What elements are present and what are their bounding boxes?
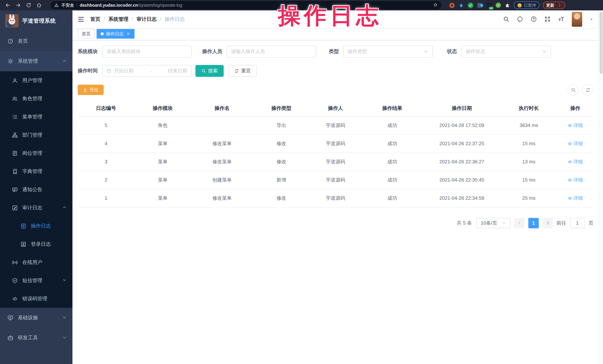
sidebar-item-post-management[interactable]: 岗位管理	[0, 144, 72, 162]
goto-page-input[interactable]: 1	[570, 218, 585, 228]
table-header-cell: 操作模块	[134, 101, 191, 116]
breadcrumb-item[interactable]: 审计日志	[137, 16, 157, 22]
search-button[interactable]: 搜索	[196, 65, 224, 77]
detail-link[interactable]: 详细	[568, 122, 583, 129]
security-label: 不安全	[61, 2, 74, 8]
breadcrumb-item[interactable]: 首页	[90, 16, 100, 22]
ext-green-check-icon[interactable]	[467, 2, 473, 8]
chevron-up-icon	[62, 58, 67, 64]
operator-label: 操作人员	[202, 48, 222, 55]
download-icon	[83, 88, 87, 92]
page-size-select[interactable]: 10条/页	[476, 218, 510, 228]
detail-link[interactable]: 详细	[568, 140, 583, 147]
sidebar-item-dict-management[interactable]: 字典管理	[0, 162, 72, 180]
sidebar-item-dept-management[interactable]: 部门管理	[0, 126, 72, 144]
next-page-button[interactable]	[543, 218, 553, 228]
sidebar-item-label: 基础设施	[18, 314, 38, 321]
emoji-face-icon	[517, 3, 522, 8]
sidebar-item-user-management[interactable]: 用户管理	[0, 71, 72, 89]
prev-page-button[interactable]	[514, 218, 525, 228]
sidebar-item-home[interactable]: 首页	[0, 31, 72, 51]
table-header-cell: 操作人	[310, 101, 361, 116]
ext-gem-icon[interactable]	[477, 2, 483, 8]
sidebar-collapse-button[interactable]	[78, 16, 84, 22]
paused-label: 已暂停	[524, 2, 536, 8]
tab-active-操作日志[interactable]: 操作日志	[97, 29, 135, 39]
filter-row-2: 操作时间 开始日期 - 结束日期 搜索 重置	[78, 65, 593, 77]
browser-home-button[interactable]	[35, 1, 43, 9]
more-vertical-icon[interactable]	[557, 3, 562, 7]
tab-label: 操作日志	[106, 31, 124, 37]
browser-back-button[interactable]	[4, 1, 12, 9]
search-icon[interactable]	[503, 16, 509, 22]
address-bar[interactable]: 不安全 dashboard.yudao.iocoder.cn/system/lo…	[50, 1, 441, 9]
audit-icon	[12, 205, 18, 211]
breadcrumb-item[interactable]: 系统管理	[108, 16, 128, 22]
browser-reload-button[interactable]	[24, 1, 33, 9]
detail-link[interactable]: 详细	[568, 158, 583, 165]
shield-icon	[12, 277, 18, 283]
bookmark-star-icon[interactable]	[433, 2, 438, 9]
tab-首页[interactable]: 首页	[78, 29, 95, 39]
help-icon[interactable]	[531, 16, 537, 22]
browser-update-chip[interactable]: 更新	[543, 1, 565, 9]
sidebar-item-dev-tools[interactable]: 研发工具	[0, 328, 72, 348]
sidebar-item-error-code[interactable]: 错误码管理	[0, 290, 72, 308]
table-cell: 2021-04-28 17:52:09	[423, 116, 500, 134]
table-cell: 1	[78, 189, 134, 207]
operator-input[interactable]: 请输入操作人员	[227, 46, 316, 57]
detail-link[interactable]: 详细	[568, 195, 583, 201]
detail-link[interactable]: 详细	[568, 176, 583, 183]
operate-log-table: 日志编号操作模块操作名操作类型操作人操作结果操作日期执行时长操作 5角色导出芋道…	[78, 101, 593, 207]
refresh-table-button[interactable]	[582, 84, 593, 95]
sidebar-item-infrastructure[interactable]: 基础设施	[0, 308, 72, 328]
user-avatar[interactable]	[572, 12, 582, 27]
sidebar-item-sms-management[interactable]: 短信管理	[0, 271, 72, 290]
font-size-icon[interactable]	[558, 16, 564, 22]
module-input[interactable]: 请输入系统模块	[102, 46, 192, 57]
sidebar-item-label: 操作日志	[31, 222, 51, 229]
scrollbar-thumb[interactable]	[600, 11, 603, 74]
page-number-button[interactable]: 1	[528, 218, 539, 228]
ext-orange-ring-icon[interactable]	[449, 2, 455, 8]
export-button[interactable]: 导出	[78, 85, 104, 95]
table-cell: 15 ms	[500, 171, 557, 189]
caret-down-icon[interactable]	[590, 16, 593, 22]
table-cell: 2	[78, 171, 134, 189]
type-select[interactable]: 操作类型	[343, 46, 433, 57]
ext-on-badge-icon[interactable]: on	[486, 2, 492, 8]
table-cell: 菜单	[134, 171, 191, 189]
app-logo[interactable]: 芋道管理系统	[0, 11, 72, 31]
table-cell: 3634 ms	[500, 116, 557, 134]
ext-blue-drop-icon[interactable]	[458, 2, 464, 8]
extension-paused-chip[interactable]: 已暂停	[514, 1, 539, 9]
fullscreen-icon[interactable]	[544, 16, 551, 22]
hamburger-icon	[78, 16, 84, 22]
table-cell: 修改菜单	[191, 134, 253, 153]
date-range-picker[interactable]: 开始日期 - 结束日期	[102, 65, 192, 77]
sidebar-item-menu-management[interactable]: 菜单管理	[0, 108, 72, 126]
browser-forward-button[interactable]	[14, 1, 22, 9]
github-icon[interactable]	[517, 16, 523, 22]
dashboard-icon	[7, 38, 13, 44]
toggle-search-button[interactable]	[568, 84, 579, 95]
ext-green-leaf-icon[interactable]	[495, 2, 501, 8]
reset-button[interactable]: 重置	[229, 65, 257, 77]
sidebar-item-online-users[interactable]: 在线用户	[0, 253, 72, 271]
page-scrollbar[interactable]	[599, 11, 603, 364]
sidebar-item-audit-log[interactable]: 审计日志	[0, 199, 72, 217]
status-label: 状态	[447, 48, 457, 55]
sidebar-item-system-management[interactable]: 系统管理	[0, 51, 72, 71]
sidebar-item-label: 用户管理	[22, 77, 42, 84]
sidebar-item-operate-log[interactable]: 操作日志	[0, 217, 72, 235]
toolbar-icon-buttons	[568, 84, 593, 95]
sidebar-item-role-management[interactable]: 角色管理	[0, 89, 72, 108]
sidebar-item-notice[interactable]: 通知公告	[0, 180, 72, 199]
sidebar-item-login-log[interactable]: 登录日志	[0, 235, 72, 253]
status-select[interactable]: 操作状态	[462, 46, 551, 57]
sidebar-item-label: 通知公告	[22, 186, 42, 193]
extensions-puzzle-icon[interactable]	[505, 2, 510, 8]
table-cell: 2021-04-26 22:37:25	[423, 134, 500, 153]
close-icon[interactable]	[126, 32, 130, 36]
table-cell: 15 ms	[500, 134, 557, 153]
